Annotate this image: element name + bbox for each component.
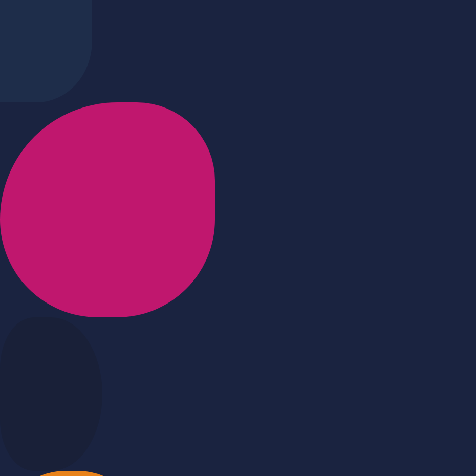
bg-orange-shape xyxy=(0,471,143,476)
bg-dark-blue-shape xyxy=(0,317,102,471)
bg-top-left xyxy=(0,0,92,102)
bg-purple-shape xyxy=(0,102,215,317)
